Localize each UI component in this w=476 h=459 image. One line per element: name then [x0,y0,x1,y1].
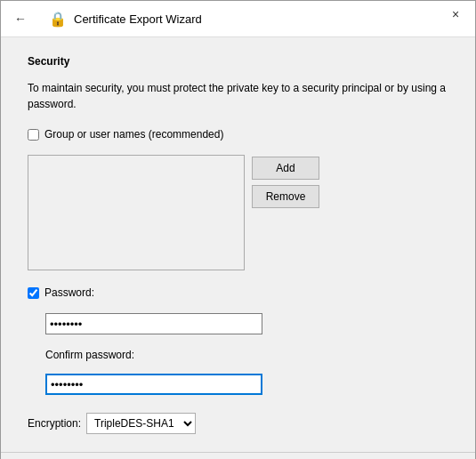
group-listbox[interactable] [28,155,245,270]
security-section-title: Security [28,55,448,68]
encryption-select[interactable]: TripleDES-SHA1 AES256-SHA256 [86,413,196,434]
group-checkbox[interactable] [28,129,39,141]
password-input[interactable] [45,313,262,334]
close-button[interactable]: × [436,1,475,28]
add-button[interactable]: Add [252,157,319,180]
confirm-password-label: Confirm password: [45,349,134,361]
password-checkbox[interactable] [28,287,39,299]
group-checkbox-row: Group or user names (recommended) [28,128,448,141]
password-input-row [28,313,448,334]
group-checkbox-label: Group or user names (recommended) [44,128,223,141]
group-panel: Add Remove [28,155,448,270]
certificate-export-wizard-window: ← 🔒 Certificate Export Wizard × Security… [0,0,476,459]
remove-button[interactable]: Remove [252,185,319,208]
group-action-buttons: Add Remove [252,155,319,270]
confirm-label-row: Confirm password: [28,349,448,361]
security-description: To maintain security, you must protect t… [28,80,448,112]
encryption-label: Encryption: [28,417,81,430]
wizard-icon: 🔒 [49,10,67,28]
wizard-footer: Next Cancel [1,452,475,459]
password-row: Password: [28,286,448,299]
wizard-content: Security To maintain security, you must … [1,37,475,452]
encryption-row: Encryption: TripleDES-SHA1 AES256-SHA256 [28,413,448,434]
title-bar: ← 🔒 Certificate Export Wizard × [1,1,475,37]
back-button[interactable]: ← [10,8,31,29]
confirm-input-row [28,374,448,395]
window-title: Certificate Export Wizard [74,12,202,26]
password-label: Password: [44,286,142,299]
confirm-password-input[interactable] [45,374,262,395]
